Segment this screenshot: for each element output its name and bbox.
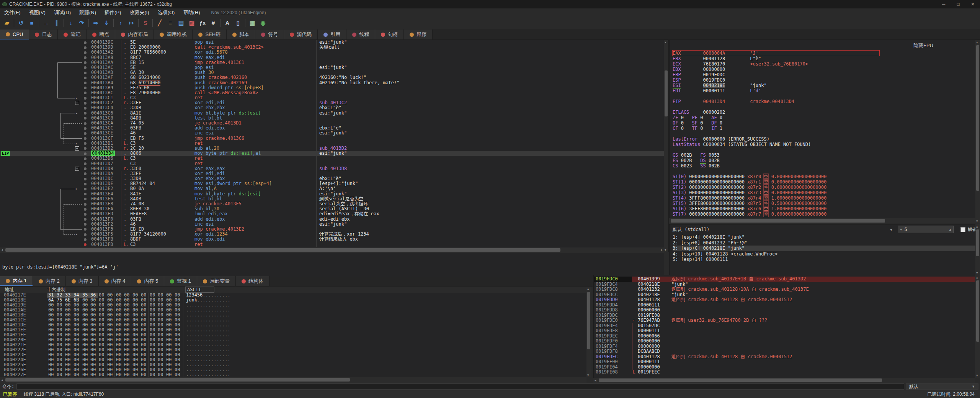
register-line[interactable]: ST(4) 3FFF8000000000000000 x87r4 空 1.000… [673,195,879,201]
dump-byte[interactable]: 00 [123,372,131,377]
disasm-row[interactable]: 004013AA.EB 15jmp crackme.4013C1 [0,60,664,65]
argument-row[interactable]: 3: [esp+C] 0040218E "junk" [673,246,980,251]
command-input[interactable] [16,383,904,390]
instruction-dot-icon[interactable] [84,162,87,165]
instruction-dot-icon[interactable] [84,198,87,200]
register-line[interactable]: ST(0) 00000000000000000000 x87r0 空 0.000… [673,174,879,179]
register-line[interactable] [673,131,879,136]
tab-日志[interactable]: 日志 [29,29,58,39]
menu-item[interactable]: 视图(V) [25,8,50,17]
instruction-dot-icon[interactable] [84,107,87,110]
scroll-thumb[interactable] [671,219,885,223]
instruction-dot-icon[interactable] [84,218,87,221]
chevron-down-icon[interactable]: ▼ [900,228,902,231]
dump-byte[interactable]: 00 [148,372,157,377]
scroll-down-arrow[interactable]: ▾ [976,219,978,223]
disassembly-view[interactable]: 0040139C.5Epop esiesi:"junk"0040139D.E8 … [0,40,664,247]
instruction-dot-icon[interactable] [84,92,87,94]
instruction-dot-icon[interactable] [84,147,87,150]
register-line[interactable]: ST(5) 3FFE8000000000000000 x87r5 空 0.500… [673,201,879,206]
instruction-dot-icon[interactable] [84,183,87,185]
scroll-down-arrow[interactable]: ▾ [665,247,666,252]
disasm-row[interactable]: 004013F2.46inc esiesi:"junk" [0,222,664,227]
instruction-dot-icon[interactable] [84,157,87,160]
register-line[interactable]: EDX 00000000 [673,67,879,72]
dump-row[interactable]: 0040226E00000000000000000000000000000000… [0,367,586,372]
scroll-thumb[interactable] [587,292,590,349]
tab-断点[interactable]: 断点 [87,29,115,39]
register-line[interactable]: ECX 76E80170 <user32.sub_76E80170> [673,61,879,67]
close-button[interactable]: ✕ [965,2,980,7]
disasm-row[interactable]: 004013ED.0FAFF8imul edi,eaxedi=edi*eax，存… [0,211,664,216]
register-line[interactable]: ST(6) 3FFF8000000000000000 x87r6 空 1.000… [673,206,879,211]
scroll-left-arrow[interactable]: ◂ [595,378,596,383]
comment-icon[interactable]: ≡ [165,18,175,28]
dump-row[interactable]: 0040223E00000000000000000000000000000000… [0,352,586,357]
instruction-dot-icon[interactable] [84,228,87,231]
tab-脚本[interactable]: 脚本 [227,29,255,39]
stack-row[interactable]: 0019FDC40040218E"junk" [594,282,975,287]
registers-vscrollbar[interactable]: ▴ ▾ [975,40,980,223]
dump-vscrollbar[interactable]: ▴ ▾ [586,287,591,377]
instruction-dot-icon[interactable] [84,178,87,180]
menu-item[interactable]: 文件(F) [0,8,25,17]
register-line[interactable]: CS 0023 SS 002B [673,163,879,169]
stack-row[interactable]: 0019FDD800000000 [594,308,975,313]
tab-内存 4[interactable]: 内存 4 [99,276,132,286]
dump-row[interactable]: 004021DE00000000000000000000000000000000… [0,323,586,328]
dump-row[interactable]: 004021EE00000000000000000000000000000000… [0,328,586,332]
register-line[interactable]: OF 0 SF 0 DF 0 [673,120,879,126]
tab-监视 1[interactable]: 监视 1 [164,276,197,286]
instruction-dot-icon[interactable] [84,82,87,84]
stack-row[interactable]: 0019FDDC0019FE08 [594,313,975,318]
chevron-up-icon[interactable]: ▲ [949,228,951,231]
disasm-row[interactable]: 004013D7C3ret [0,161,664,166]
argument-count-spinner[interactable]: ▼ 5 ▲ [898,226,954,233]
dump-row[interactable]: 0040221E00000000000000000000000000000000… [0,342,586,347]
dump-header-ascii[interactable]: ASCII [183,287,214,293]
disasm-row[interactable]: 004013E4.8A1Emov bl,byte ptr ds:[esi]esi… [0,192,664,197]
register-line[interactable]: ST(2) 00000000000000000000 x87r2 空 0.000… [673,185,879,190]
scroll-thumb[interactable] [976,280,979,342]
dump-row[interactable]: 0040218E6A756E6B000000000000000000000000… [0,298,586,303]
vertical-splitter[interactable] [668,40,669,252]
disasm-row[interactable]: 004013CF.EB F5jmp crackme.4013C6 [0,136,664,141]
arguments-vscrollbar[interactable]: ▴ ▾ [975,224,980,275]
profile-select[interactable]: 默认 ▼ [906,383,978,390]
register-line[interactable]: GS 002B FS 0053 [673,152,879,158]
dump-row[interactable]: 004021BE00000000000000000000000000000000… [0,313,586,318]
register-line[interactable] [673,147,879,152]
instruction-dot-icon[interactable] [84,72,87,74]
disasm-row[interactable]: ▸004013D1L.C3ret [0,141,664,146]
scroll-up-arrow[interactable]: ▴ [587,287,589,291]
tab-调用堆栈[interactable]: 调用堆栈 [154,29,193,39]
chevron-down-icon[interactable]: ▼ [890,228,892,232]
disasm-row[interactable]: 004013B9.FF75 08push dword ptr ss:[ebp+8… [0,85,664,90]
register-line[interactable]: EBX 00401128 L"è" [673,56,879,61]
instruction-dot-icon[interactable] [84,167,87,170]
register-line[interactable]: EDI 00000111 L'đ' [673,88,879,93]
stack-row[interactable]: 0019FDEC00000066 [594,334,975,339]
disasm-row[interactable]: 004013CE.46inc esiesi:"junk" [0,131,664,136]
dump-byte[interactable]: 00 [173,372,182,377]
dump-byte[interactable]: 00 [81,372,89,377]
instruction-dot-icon[interactable] [84,112,87,115]
disasm-row[interactable]: 004013C4.33DBxor ebx,ebxebx:L"è" [0,105,664,110]
hide-fpu-button[interactable]: 隐藏FPU [913,42,933,49]
tab-线程[interactable]: 线程 [346,29,375,39]
instruction-dot-icon[interactable] [84,66,87,69]
disasm-row[interactable]: ▸004013E2.B0 0Amov al,AA:'\n' [0,186,664,191]
tab-SEH链[interactable]: SEH链 [193,29,227,39]
dump-row[interactable]: 0040220E00000000000000000000000000000000… [0,337,586,342]
tab-源代码[interactable]: 源代码 [284,29,318,39]
argument-row[interactable]: 4: [esp+10] 00401128 <crackme.WndProc> [673,251,980,257]
step-over-icon[interactable]: ↷ [77,18,87,28]
scroll-down-arrow[interactable]: ▾ [976,373,978,378]
dump-hscrollbar[interactable]: ◂ [0,377,586,383]
dump-byte[interactable]: 00 [157,372,165,377]
disasm-row[interactable]: ▸004013C6.8A1Emov bl,byte ptr ds:[esi]es… [0,111,664,116]
menu-item[interactable]: 收藏夹(I) [125,8,153,17]
instruction-dot-icon[interactable] [84,87,87,89]
tab-内存布局[interactable]: 内存布局 [115,29,154,39]
scroll-right-arrow[interactable]: ▸ [661,247,663,252]
